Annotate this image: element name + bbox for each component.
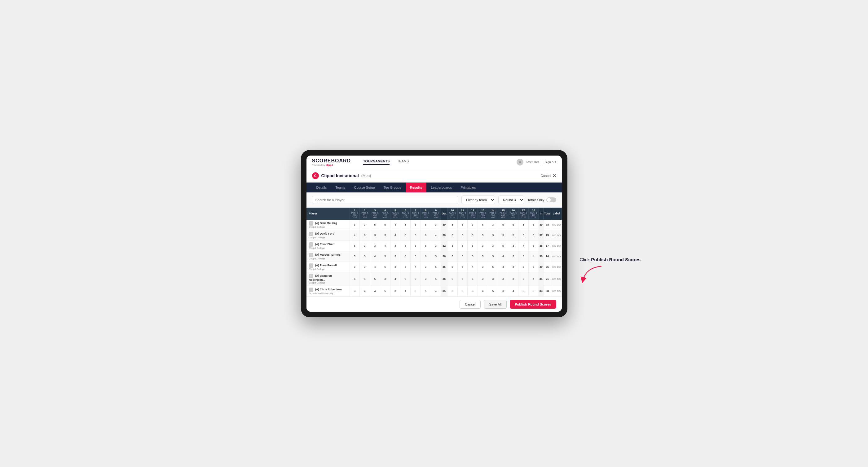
score-hole-3[interactable] [370, 261, 380, 272]
score-hole-6[interactable] [400, 272, 411, 286]
score-input[interactable] [393, 277, 398, 280]
score-hole-9[interactable] [431, 241, 441, 251]
dq-label[interactable]: DQ [557, 234, 561, 237]
score-input[interactable] [531, 265, 536, 268]
publish-round-scores-button[interactable]: Publish Round Scores [510, 300, 556, 309]
score-input[interactable] [521, 289, 526, 292]
score-input[interactable] [382, 223, 388, 226]
score-input[interactable] [403, 244, 408, 247]
score-hole-12[interactable] [468, 230, 478, 241]
score-hole-12[interactable] [468, 251, 478, 261]
score-input[interactable] [352, 265, 358, 268]
score-input[interactable] [521, 277, 526, 280]
score-input[interactable] [521, 244, 526, 247]
score-hole-4[interactable] [380, 241, 390, 251]
score-hole-5[interactable] [390, 261, 400, 272]
score-hole-18[interactable] [528, 230, 538, 241]
score-hole-15[interactable] [498, 241, 508, 251]
score-input[interactable] [382, 234, 388, 237]
score-hole-5[interactable] [390, 251, 400, 261]
score-hole-12[interactable] [468, 261, 478, 272]
score-input[interactable] [500, 244, 506, 247]
footer-cancel-button[interactable]: Cancel [460, 300, 480, 309]
score-input[interactable] [362, 223, 368, 226]
score-hole-7[interactable] [411, 251, 421, 261]
score-hole-18[interactable] [528, 261, 538, 272]
score-hole-5[interactable] [390, 286, 400, 296]
score-input[interactable] [403, 223, 408, 226]
score-input[interactable] [480, 223, 486, 226]
score-input[interactable] [460, 234, 465, 237]
score-input[interactable] [413, 289, 418, 292]
score-input[interactable] [480, 277, 486, 280]
score-hole-9[interactable] [431, 286, 441, 296]
score-input[interactable] [480, 255, 486, 258]
nav-teams[interactable]: TEAMS [397, 159, 409, 165]
score-input[interactable] [433, 289, 439, 292]
score-hole-5[interactable] [390, 272, 400, 286]
score-input[interactable] [423, 289, 429, 292]
score-input[interactable] [510, 255, 516, 258]
score-input[interactable] [362, 255, 368, 258]
score-hole-16[interactable] [508, 272, 519, 286]
score-hole-4[interactable] [380, 251, 390, 261]
score-input[interactable] [393, 265, 398, 268]
score-input[interactable] [470, 244, 475, 247]
score-hole-10[interactable] [447, 286, 457, 296]
score-input[interactable] [450, 277, 455, 280]
score-hole-4[interactable] [380, 230, 390, 241]
score-hole-4[interactable] [380, 261, 390, 272]
score-input[interactable] [490, 234, 496, 237]
score-input[interactable] [480, 289, 486, 292]
tab-printables[interactable]: Printables [456, 183, 480, 192]
score-input[interactable] [352, 289, 358, 292]
score-input[interactable] [500, 255, 506, 258]
score-input[interactable] [352, 244, 358, 247]
score-input[interactable] [393, 223, 398, 226]
score-input[interactable] [500, 277, 506, 280]
score-hole-6[interactable] [400, 241, 411, 251]
score-hole-14[interactable] [488, 230, 498, 241]
score-input[interactable] [423, 244, 429, 247]
score-input[interactable] [470, 234, 475, 237]
score-input[interactable] [500, 289, 506, 292]
score-hole-15[interactable] [498, 286, 508, 296]
score-hole-17[interactable] [519, 261, 529, 272]
tab-results[interactable]: Results [406, 183, 427, 192]
score-hole-2[interactable] [360, 251, 370, 261]
score-hole-16[interactable] [508, 251, 519, 261]
score-input[interactable] [413, 244, 418, 247]
score-input[interactable] [413, 277, 418, 280]
score-hole-6[interactable] [400, 230, 411, 241]
score-input[interactable] [362, 277, 368, 280]
score-hole-11[interactable] [457, 241, 468, 251]
score-input[interactable] [510, 223, 516, 226]
score-input[interactable] [531, 289, 536, 292]
score-input[interactable] [460, 289, 465, 292]
wd-label[interactable]: WD [552, 266, 556, 268]
score-hole-1[interactable] [349, 261, 360, 272]
score-input[interactable] [423, 255, 429, 258]
score-input[interactable] [372, 289, 378, 292]
score-input[interactable] [500, 265, 506, 268]
score-hole-7[interactable] [411, 220, 421, 230]
score-input[interactable] [352, 255, 358, 258]
wd-label[interactable]: WD [552, 290, 556, 292]
score-input[interactable] [470, 223, 475, 226]
score-hole-15[interactable] [498, 230, 508, 241]
score-input[interactable] [480, 234, 486, 237]
score-hole-10[interactable] [447, 261, 457, 272]
score-input[interactable] [450, 234, 455, 237]
cancel-tournament-button[interactable]: Cancel ✕ [540, 173, 556, 178]
score-input[interactable] [382, 244, 388, 247]
score-hole-16[interactable] [508, 261, 519, 272]
score-hole-14[interactable] [488, 241, 498, 251]
dq-label[interactable]: DQ [557, 223, 561, 226]
score-hole-4[interactable] [380, 220, 390, 230]
score-hole-2[interactable] [360, 261, 370, 272]
score-hole-10[interactable] [447, 251, 457, 261]
score-hole-5[interactable] [390, 241, 400, 251]
score-input[interactable] [460, 223, 465, 226]
score-input[interactable] [403, 265, 408, 268]
score-hole-16[interactable] [508, 230, 519, 241]
